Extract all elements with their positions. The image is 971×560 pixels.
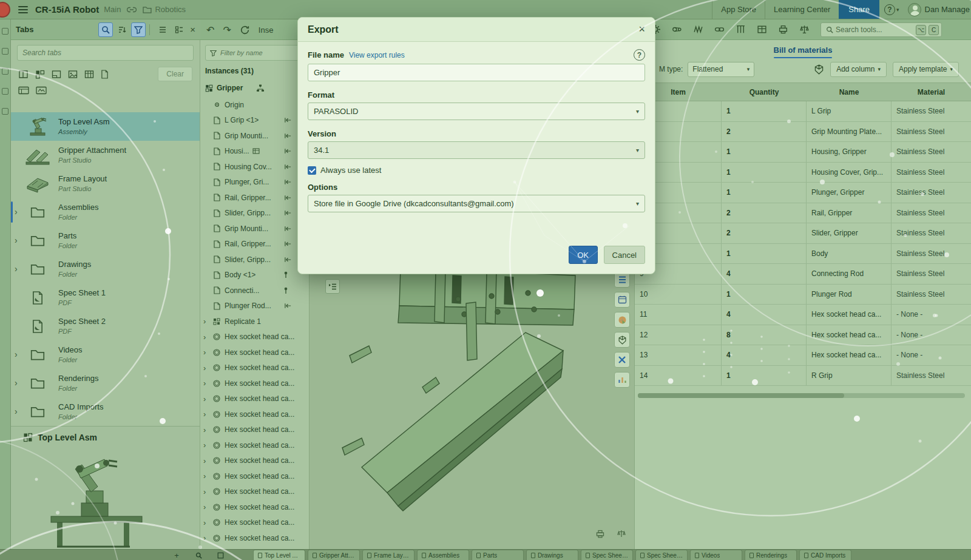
bottom-tab[interactable]: Parts [472, 550, 524, 560]
cube-icon[interactable] [614, 332, 630, 348]
insert-button[interactable]: Inse [259, 25, 274, 35]
ok-button[interactable]: OK [569, 246, 598, 264]
chevron-right-icon[interactable]: › [203, 332, 212, 342]
view-export-rules-link[interactable]: View export rules [349, 51, 405, 59]
bom-table-row[interactable]: 6 2 Rail, Gripper Stainless Steel [635, 203, 971, 224]
chevron-right-icon[interactable]: › [203, 317, 212, 326]
redo-icon[interactable]: ↷ [223, 24, 231, 36]
chevron-right-icon[interactable]: › [203, 440, 212, 450]
bom-table-row[interactable]: 12 8 Hex socket head ca... - None - [635, 325, 971, 346]
bottom-tab[interactable]: Drawings [526, 550, 578, 560]
edge-doc-icon[interactable] [2, 28, 8, 35]
options-select[interactable]: Store file in Google Drive (dkcadconsult… [308, 195, 645, 212]
filter-image-icon[interactable] [68, 70, 78, 79]
chevron-right-icon[interactable]: › [203, 394, 212, 403]
instance-row[interactable]: › Rail, Gripper... [200, 237, 309, 252]
instance-row[interactable]: › Hex socket head ca... [200, 376, 309, 391]
user-avatar[interactable] [908, 3, 921, 16]
tab-list-item[interactable]: › Gripper Attachment Part Studio [11, 141, 200, 169]
tab-list-item[interactable]: › Top Level Asm Assembly [11, 112, 200, 141]
instance-row[interactable]: › Hex socket head ca... [200, 484, 309, 500]
instance-row[interactable]: › Hex socket head ca... [200, 530, 309, 546]
bom-table-row[interactable]: 5 1 Plunger, Gripper Stainless Steel [635, 183, 971, 203]
gripper-3d-model[interactable] [310, 266, 634, 549]
bom-table-row[interactable]: 2 2 Grip Mounting Plate... Stainless Ste… [635, 122, 971, 143]
tab-list-item[interactable]: › Assemblies Folder [11, 198, 200, 226]
bottom-tab[interactable]: Videos [690, 550, 742, 560]
instance-row[interactable]: › Body <1> [200, 268, 309, 283]
bottom-tab[interactable]: Frame Layout [362, 550, 414, 560]
learning-center-link[interactable]: Learning Center [765, 0, 839, 19]
file-name-input[interactable] [308, 64, 645, 81]
column-header-name[interactable]: Name [807, 88, 891, 96]
tab-list-item[interactable]: › Spec Sheet 2 PDF [11, 312, 200, 340]
chevron-right-icon[interactable]: › [203, 502, 212, 511]
chevron-right-icon[interactable]: › [15, 349, 23, 359]
sync-icon[interactable] [240, 25, 250, 35]
bar-chart-icon[interactable] [614, 372, 630, 388]
chevron-right-icon[interactable]: › [203, 487, 212, 496]
tab-list-item[interactable]: › CAD Imports Folder [11, 397, 200, 426]
edge-media-icon[interactable] [2, 88, 8, 95]
structure-icon[interactable] [256, 84, 265, 92]
dialog-header[interactable]: Export × [298, 18, 655, 42]
search-tools-input[interactable] [836, 25, 913, 34]
instance-row[interactable]: › Origin [200, 97, 309, 113]
bom-table-row[interactable]: 14 1 R Grip Stainless Steel [635, 366, 971, 386]
filter-sheet-icon[interactable] [18, 86, 29, 95]
instance-row[interactable]: › Slider, Gripp... [200, 252, 309, 268]
filter-drawing-icon[interactable] [52, 70, 61, 79]
table-tool-icon[interactable] [754, 22, 770, 37]
workspace-name[interactable]: Main [104, 5, 121, 14]
instance-row[interactable]: › Hex socket head ca... [200, 468, 309, 484]
tab-options-icon[interactable] [215, 550, 225, 560]
share-button[interactable]: Share [839, 0, 879, 19]
instance-row[interactable]: › Housi... [200, 144, 309, 160]
chevron-right-icon[interactable]: › [15, 207, 23, 217]
app-store-link[interactable]: App Store [712, 0, 765, 19]
list-view-icon[interactable] [155, 22, 170, 37]
instance-row[interactable]: › Hex socket head ca... [200, 407, 309, 422]
tab-list-item[interactable]: › Videos Folder [11, 340, 200, 369]
instance-row[interactable]: › Hex socket head ca... [200, 329, 309, 345]
user-name[interactable]: Dan Manage [925, 5, 970, 14]
project-name[interactable]: Robotics [155, 5, 186, 14]
chevron-right-icon[interactable]: › [203, 379, 212, 388]
close-icon[interactable]: × [638, 23, 645, 36]
chevron-right-icon[interactable]: › [203, 348, 212, 357]
chevron-right-icon[interactable]: › [203, 471, 212, 481]
tab-list-item[interactable]: › Parts Folder [11, 226, 200, 255]
version-select[interactable]: 34.1 ▾ [308, 141, 645, 159]
horizontal-scrollbar[interactable] [638, 393, 965, 398]
add-column-button[interactable]: Add column▾ [830, 62, 887, 77]
bottom-tab[interactable]: Renderings [745, 550, 797, 560]
pie-chart-icon[interactable] [614, 312, 630, 328]
instance-row[interactable]: › Hex socket head ca... [200, 453, 309, 469]
scrollbar-thumb[interactable] [638, 393, 844, 398]
bom-type-select[interactable]: Flattened ▾ [688, 62, 754, 77]
chevron-right-icon[interactable]: › [203, 425, 212, 434]
bom-table-row[interactable]: 13 4 Hex socket head ca... - None - [635, 345, 971, 366]
help-menu[interactable]: ? ▾ [879, 4, 904, 15]
main-menu-icon[interactable] [18, 6, 28, 13]
column-header-material[interactable]: Material [891, 88, 971, 96]
bottom-tab[interactable]: Gripper Attachment [308, 550, 360, 560]
tabs-search-input[interactable] [22, 49, 188, 57]
instance-row[interactable]: › Hex socket head ca... [200, 391, 309, 407]
feature-tree-toggle-icon[interactable] [325, 279, 340, 294]
chevron-right-icon[interactable]: › [15, 407, 23, 416]
format-select[interactable]: PARASOLID ▾ [308, 103, 645, 120]
instances-filter-input[interactable] [220, 49, 299, 56]
close-icon[interactable]: × [190, 24, 195, 35]
columns-tool-icon[interactable] [733, 22, 748, 37]
instance-row[interactable]: › Hex socket head ca... [200, 422, 309, 438]
detail-view-icon[interactable] [172, 22, 186, 37]
help-icon[interactable]: ? [634, 49, 645, 61]
filter-assembly-icon[interactable] [35, 70, 45, 79]
always-use-latest-option[interactable]: Always use latest [308, 166, 645, 175]
app-logo[interactable] [0, 2, 10, 18]
instance-row[interactable]: › Hex socket head ca... [200, 515, 309, 531]
filter-pdf-icon[interactable] [101, 70, 109, 79]
search-tabs-icon[interactable] [194, 550, 203, 560]
edge-clock-icon[interactable] [2, 108, 8, 115]
